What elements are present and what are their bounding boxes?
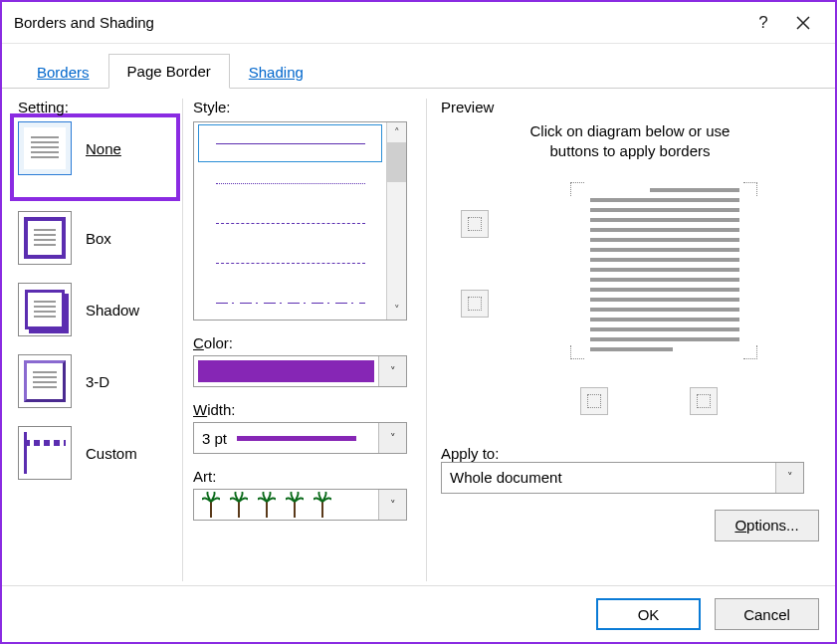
preview-page-lines <box>590 198 739 341</box>
tab-borders[interactable]: Borders <box>18 55 108 89</box>
apply-to-value: Whole document <box>450 469 562 486</box>
scroll-down-icon[interactable]: ˅ <box>387 300 406 320</box>
ok-button[interactable]: OK <box>596 598 701 630</box>
border-bottom-button[interactable] <box>461 290 489 318</box>
width-combo[interactable]: 3 pt ˅ <box>193 422 407 454</box>
apply-to-dropdown-icon[interactable]: ˅ <box>775 463 803 493</box>
tree-icon <box>202 492 220 518</box>
setting-none-icon <box>18 121 72 175</box>
width-dropdown-icon[interactable]: ˅ <box>378 423 406 453</box>
scroll-up-icon[interactable]: ˄ <box>387 122 406 142</box>
dialog-title: Borders and Shading <box>14 14 154 31</box>
tree-icon <box>314 492 331 518</box>
tree-icon <box>286 492 304 518</box>
style-item-dash[interactable] <box>198 244 382 282</box>
setting-3d-label: 3-D <box>86 373 109 390</box>
tree-icon <box>230 492 248 518</box>
color-dropdown-icon[interactable]: ˅ <box>378 356 406 386</box>
setting-custom-icon <box>18 426 72 480</box>
setting-box-icon <box>18 211 72 265</box>
setting-none[interactable]: None <box>18 121 172 175</box>
style-label: Style: <box>193 99 416 115</box>
corner-tr <box>743 182 757 196</box>
border-top-button[interactable] <box>461 210 489 238</box>
setting-3d-icon <box>18 354 72 408</box>
options-button[interactable]: Options... <box>715 510 819 541</box>
preview-diagram[interactable] <box>441 182 819 391</box>
art-combo[interactable]: ˅ <box>193 489 407 521</box>
preview-note: Click on diagram below or use buttons to… <box>441 121 819 162</box>
width-value: 3 pt <box>202 430 227 447</box>
preview-column: Preview Click on diagram below or use bu… <box>426 99 819 581</box>
setting-none-label: None <box>86 140 121 157</box>
setting-box-label: Box <box>86 230 111 247</box>
style-item-dashdot[interactable] <box>198 284 382 320</box>
border-left-button[interactable] <box>580 387 608 415</box>
close-icon[interactable] <box>783 2 823 44</box>
cancel-button[interactable]: Cancel <box>715 598 819 630</box>
help-icon[interactable]: ? <box>743 2 783 44</box>
setting-none-highlight: None <box>10 113 180 201</box>
setting-shadow[interactable]: Shadow <box>18 283 172 336</box>
setting-3d[interactable]: 3-D <box>18 354 172 408</box>
style-list[interactable]: ˄ ˅ <box>193 121 407 321</box>
setting-custom[interactable]: Custom <box>18 426 172 480</box>
tab-shading[interactable]: Shading <box>230 55 322 89</box>
setting-custom-label: Custom <box>86 445 137 462</box>
color-label: Color: <box>193 334 416 351</box>
setting-column: Setting: None Box Shadow <box>18 99 172 581</box>
scroll-thumb[interactable] <box>387 142 406 182</box>
width-line-preview <box>237 436 356 441</box>
tree-icon <box>258 492 276 518</box>
tab-strip: Borders Page Border Shading <box>2 44 835 89</box>
tab-page-border[interactable]: Page Border <box>108 54 230 89</box>
style-column: Style: ˄ ˅ Color: ˅ <box>182 99 416 581</box>
setting-box[interactable]: Box <box>18 211 172 265</box>
preview-label: Preview <box>441 99 819 115</box>
dialog-body: Setting: None Box Shadow <box>2 89 835 585</box>
apply-to-combo[interactable]: Whole document ˅ <box>441 462 804 494</box>
art-dropdown-icon[interactable]: ˅ <box>378 490 406 520</box>
titlebar: Borders and Shading ? <box>2 2 835 44</box>
color-combo[interactable]: ˅ <box>193 355 407 387</box>
style-item-dash-fine[interactable] <box>198 204 382 242</box>
art-value-trees <box>194 492 378 518</box>
setting-shadow-icon <box>18 283 72 336</box>
style-item-dots[interactable] <box>198 164 382 202</box>
color-swatch <box>198 360 374 382</box>
art-label: Art: <box>193 468 416 485</box>
style-item-solid[interactable] <box>198 124 382 162</box>
dialog-footer: OK Cancel <box>2 585 835 642</box>
style-scrollbar[interactable]: ˄ ˅ <box>386 122 406 320</box>
borders-shading-dialog: Borders and Shading ? Borders Page Borde… <box>0 0 837 644</box>
apply-to-label: Apply to: <box>441 445 819 462</box>
corner-tl <box>570 182 584 196</box>
width-label: Width: <box>193 401 416 418</box>
border-right-button[interactable] <box>690 387 718 415</box>
corner-bl <box>570 345 584 359</box>
setting-shadow-label: Shadow <box>86 302 139 319</box>
corner-br <box>743 345 757 359</box>
